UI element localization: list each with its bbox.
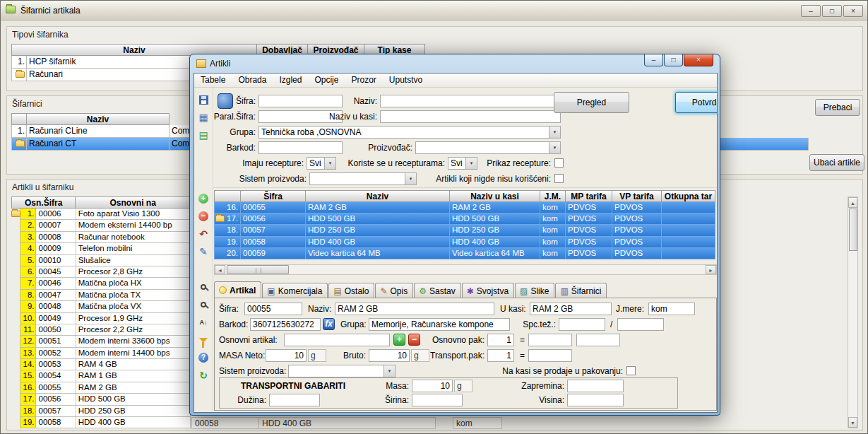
scrollbar-thumb[interactable] [227,265,289,274]
list-item[interactable]: 9. 00048 Matična ploča VX [11,301,191,312]
menu-izgled[interactable]: Izgled [273,74,308,87]
grid-row-selected[interactable]: 17. 00056 HDD 500 GB HDD 500 GB kom PDVO… [214,213,718,225]
find-icon[interactable] [198,281,209,293]
col-header-mp-tarifa[interactable]: MP tarifa [566,190,612,202]
list-item[interactable]: 2. 00007 Modem eksterni 14400 bp [11,220,191,231]
tab-artikal[interactable]: Artikal [214,281,261,298]
filter-icon[interactable] [198,334,209,346]
dropdown-arrow-icon[interactable]: ▼ [465,158,477,169]
ubaci-artikle-button[interactable]: Ubaci artikle [809,154,864,171]
detail-sistem-combo[interactable]: ▼ [288,365,396,377]
menu-uputstvo[interactable]: Uputstvo [383,74,429,87]
list-item[interactable]: 19. 00058 HDD 400 GB [11,417,191,428]
naziv-u-kasi-input[interactable] [380,110,561,123]
minimize-icon[interactable]: – [801,5,821,17]
table-view-icon[interactable]: ▦ [198,112,209,123]
transport-pak-input[interactable]: 1 [487,349,514,362]
list-item[interactable]: 10. 00049 Procesor 1,9 GHz [11,313,191,324]
col-header-rownum[interactable] [214,190,241,202]
list-item[interactable]: 17. 00056 HDD 500 GB [11,394,191,405]
list-item[interactable]: 11. 00050 Procesor 2,2 GHz [11,324,191,336]
main-titlebar[interactable]: Šifarnici artikala – □ × [1,1,867,20]
transport-pak2-input[interactable] [528,349,572,362]
osnovni-artikal-input[interactable] [284,334,390,346]
form-view-icon[interactable]: ▤ [198,129,209,141]
spc-tez-input[interactable] [559,318,605,331]
scroll-up-icon[interactable]: ▲ [848,197,857,208]
tab-opis[interactable]: ✎Opis [375,283,413,298]
col-header-naziv[interactable]: Naziv [306,190,450,202]
tab-sifarnici[interactable]: ▥Šifarnici [555,283,607,298]
spc-tez2-input[interactable] [617,318,664,331]
osnovno-pak2-input[interactable] [528,334,572,346]
fx-button[interactable]: fx [323,318,335,330]
detail-barkod-input[interactable]: 3607125630272 [250,318,321,331]
close-icon[interactable]: × [843,5,863,17]
detail-ukasi-input[interactable]: RAM 2 GB [530,303,612,315]
col-header-otkupna[interactable]: Otkupna tar [662,190,715,202]
dropdown-arrow-icon[interactable]: ▼ [324,158,335,169]
masa-neto-input[interactable]: 10 [266,349,307,362]
nekorisceni-checkbox[interactable] [554,174,564,183]
sort-icon[interactable]: A↓ [198,317,209,328]
gabariti-masa-input[interactable]: 10 [412,380,453,392]
list-item[interactable]: 12. 00051 Modem interni 33600 bps [11,336,191,347]
grid-horizontal-scrollbar[interactable]: ◄ ► [214,264,717,275]
col-header-sifra[interactable]: Šifra [241,190,306,202]
pregled-button[interactable]: Pregled [554,92,629,113]
prebaci-button[interactable]: Prebaci [815,99,860,116]
tab-slike[interactable]: ▨Slike [515,283,554,298]
osnovno-pak-input[interactable]: 1 [487,334,514,346]
menu-obrada[interactable]: Obrada [232,74,273,87]
detail-naziv-input[interactable]: RAM 2 GB [335,303,494,315]
tab-sastav[interactable]: ⚙Sastav [414,283,460,298]
menu-prozor[interactable]: Prozor [345,74,382,87]
sirina-input[interactable] [412,394,463,406]
sistem-proizvoda-combo[interactable]: ▼ [309,172,417,185]
list-item[interactable]: 15. 00054 RAM 1 GB [11,370,191,382]
pakovanje-checkbox[interactable] [626,366,636,375]
dropdown-arrow-icon[interactable]: ▼ [384,365,395,377]
imaju-recepture-combo[interactable]: Svi▼ [307,157,336,170]
tab-svojstva[interactable]: ✱Svojstva [462,283,514,298]
grid-row-selected[interactable]: 19. 00058 HDD 400 GB HDD 400 GB kom PDVO… [214,237,718,248]
tab-ostalo[interactable]: ▤Ostalo [328,283,374,298]
zapremina-input[interactable] [567,380,624,392]
remove-osnovni-icon[interactable]: − [408,334,420,346]
grid-row-selected[interactable]: 16. 00055 RAM 2 GB RAM 2 GB kom PDVOS PD… [214,202,718,213]
barkod-input[interactable] [258,141,343,154]
col-header-rownum[interactable] [11,113,27,125]
list-item[interactable]: 1. 00006 Foto aparat Visio 1300 [11,209,191,220]
list-item[interactable]: 7. 00046 Matična ploča HX [11,278,191,289]
scroll-left-icon[interactable]: ◄ [215,265,225,274]
potvrdi-button[interactable]: Potvrdi [675,92,718,113]
list-item[interactable]: 6. 00045 Procesor 2,8 GHz [11,266,191,278]
minimize-icon[interactable]: – [644,54,663,66]
refresh-icon[interactable]: ↻ [198,370,209,381]
list-item[interactable]: 14. 00053 RAM 4 GB [11,359,191,370]
detail-sifra-input[interactable]: 00055 [244,303,302,315]
dropdown-arrow-icon[interactable]: ▼ [549,127,560,138]
menu-tabele[interactable]: Tabele [194,74,232,87]
list-item[interactable]: 4. 00009 Telefon mobilni [11,243,191,254]
maximize-icon[interactable]: □ [664,54,683,66]
osnovno-pak3-input[interactable] [576,334,620,346]
visina-input[interactable] [567,394,624,406]
naziv-input[interactable] [380,95,561,107]
help-icon[interactable]: ? [198,352,209,363]
save-icon[interactable] [198,94,209,105]
col-header-osnovni-naziv[interactable]: Osnovni na [76,197,191,209]
grupa-combo[interactable]: Tehnička roba ,OSNOVNA▼ [258,126,561,139]
scroll-down-icon[interactable]: ▼ [848,417,857,428]
tab-komercijala[interactable]: ▣Komercijala [262,283,328,298]
list-item[interactable]: 3. 00008 Računar notebook [11,232,191,243]
maximize-icon[interactable]: □ [822,5,842,17]
find-next-icon[interactable] [198,299,209,310]
dialog-titlebar[interactable]: Artikli [190,54,720,73]
col-header-vp-tarifa[interactable]: VP tarifa [612,190,662,202]
close-icon[interactable]: × [684,54,713,66]
add-osnovni-icon[interactable]: + [393,334,405,346]
col-header-jm[interactable]: J.M. [540,190,566,202]
prikaz-recepture-checkbox[interactable] [554,158,564,168]
detail-grupa-input[interactable]: Memorije, Računarske kompone [369,318,510,331]
